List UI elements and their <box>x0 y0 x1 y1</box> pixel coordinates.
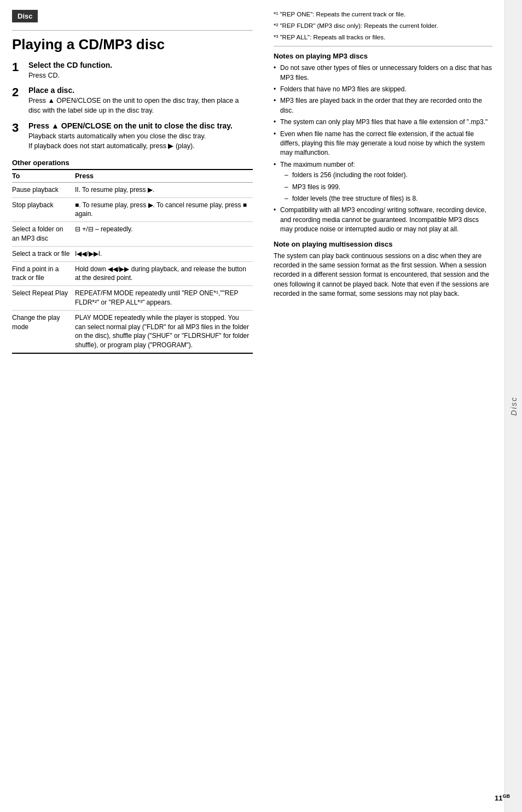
step-2: 2 Place a disc. Press ▲ OPEN/CLOSE on th… <box>12 86 253 115</box>
list-item: folder levels (the tree structure of fil… <box>285 194 492 203</box>
op-stop-press: ■. To resume play, press ▶. To cancel re… <box>75 197 253 222</box>
step-1-num: 1 <box>12 61 24 74</box>
step-3-title: Press ▲ OPEN/CLOSE on the unit to close … <box>28 121 233 130</box>
table-row: Select Repeat Play REPEAT/FM MODE repeat… <box>12 286 253 311</box>
notes-divider <box>274 46 492 46</box>
page-title: Playing a CD/MP3 disc <box>12 36 253 53</box>
footnote-3: *³ "REP ALL": Repeats all tracks or file… <box>274 33 492 42</box>
step-1-title: Select the CD function. <box>28 61 112 69</box>
op-find-label: Find a point in a track or file <box>12 261 75 286</box>
page-num-suffix: GB <box>503 793 511 799</box>
op-repeat-press: REPEAT/FM MODE repeatedly until "REP ONE… <box>75 286 253 311</box>
col-press: Press <box>75 170 253 183</box>
max-number-sub-list: folders is 256 (including the root folde… <box>285 171 492 203</box>
step-1-desc: Press CD. <box>28 71 112 80</box>
list-item: folders is 256 (including the root folde… <box>285 171 492 180</box>
step-3: 3 Press ▲ OPEN/CLOSE on the unit to clos… <box>12 121 253 151</box>
list-item: MP3 files is 999. <box>285 183 492 192</box>
notes-mp3-list: Do not save other types of files or unne… <box>274 63 492 234</box>
step-2-desc: Press ▲ OPEN/CLOSE on the unit to open t… <box>28 96 253 115</box>
op-folder-label: Select a folder on an MP3 disc <box>12 222 75 247</box>
op-playmode-press: PLAY MODE repeatedly while the player is… <box>75 310 253 353</box>
op-stop-label: Stop playback <box>12 197 75 222</box>
op-playmode-label: Change the play mode <box>12 310 75 353</box>
note-multisession-title: Note on playing multisession discs <box>274 240 492 248</box>
step-3-desc: Playback starts automatically when you c… <box>28 131 233 151</box>
table-row: Pause playback II. To resume play, press… <box>12 182 253 197</box>
op-track-label: Select a track or file <box>12 246 75 261</box>
footnote-1: *¹ "REP ONE": Repeats the current track … <box>274 10 492 19</box>
step-2-title: Place a disc. <box>28 86 253 95</box>
page-number: 11GB <box>495 793 510 802</box>
op-pause-label: Pause playback <box>12 182 75 197</box>
table-row: Change the play mode PLAY MODE repeatedl… <box>12 310 253 353</box>
title-divider <box>12 30 253 31</box>
list-item: Compatibility with all MP3 encoding/ wri… <box>274 206 492 234</box>
table-row: Find a point in a track or file Hold dow… <box>12 261 253 286</box>
operations-table: To Press Pause playback II. To resume pl… <box>12 170 253 354</box>
list-item: The system can only play MP3 files that … <box>274 118 492 127</box>
disc-side-label: Disc <box>509 396 518 416</box>
list-item: The maximum number of: folders is 256 (i… <box>274 160 492 204</box>
col-to: To <box>12 170 75 183</box>
list-item: Folders that have no MP3 files are skipp… <box>274 85 492 94</box>
notes-mp3-title: Notes on playing MP3 discs <box>274 52 492 60</box>
other-ops-title: Other operations <box>12 159 253 167</box>
step-2-num: 2 <box>12 86 24 99</box>
disc-tab: Disc <box>12 10 38 22</box>
op-folder-press: ⊟ +/⊟ – repeatedly. <box>75 222 253 247</box>
step-1: 1 Select the CD function. Press CD. <box>12 61 253 80</box>
step-3-num: 3 <box>12 121 24 135</box>
table-row: Select a track or file I◀◀/▶▶I. <box>12 246 253 261</box>
op-pause-press: II. To resume play, press ▶. <box>75 182 253 197</box>
right-sidebar: Disc <box>504 0 522 812</box>
list-item: Do not save other types of files or unne… <box>274 63 492 83</box>
table-row: Stop playback ■. To resume play, press ▶… <box>12 197 253 222</box>
op-find-press: Hold down ◀◀/▶▶ during playback, and rel… <box>75 261 253 286</box>
table-row: Select a folder on an MP3 disc ⊟ +/⊟ – r… <box>12 222 253 247</box>
note-multisession-text: The system can play back continuous sess… <box>274 252 492 299</box>
list-item: MP3 files are played back in the order t… <box>274 96 492 115</box>
list-item: Even when file name has the correct file… <box>274 130 492 158</box>
footnote-2: *² "REP FLDR" (MP3 disc only): Repeats t… <box>274 21 492 30</box>
op-track-press: I◀◀/▶▶I. <box>75 246 253 261</box>
op-repeat-label: Select Repeat Play <box>12 286 75 311</box>
